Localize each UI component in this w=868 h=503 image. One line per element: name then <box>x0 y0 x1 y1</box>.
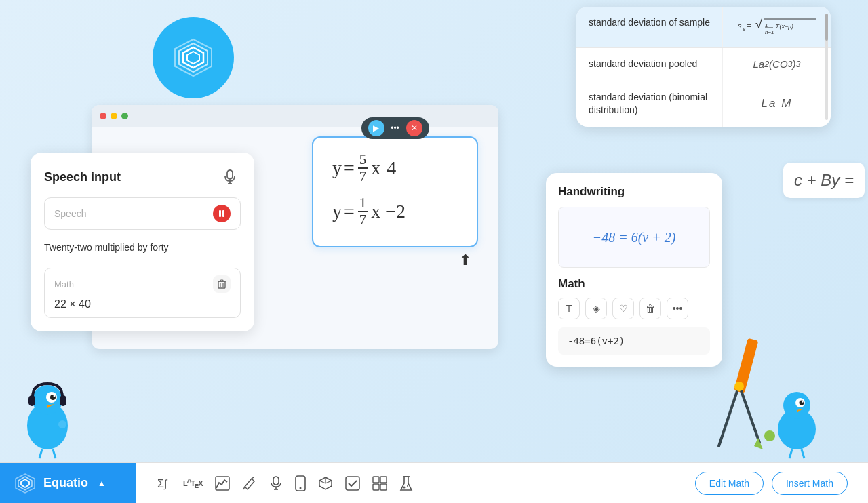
svg-point-27 <box>54 395 56 397</box>
eq-minus-2: −2 <box>385 201 406 222</box>
eq-more-button[interactable]: ••• <box>387 120 403 136</box>
handwriting-panel: Handwriting −48 = 6(v + 2) Math T ◈ ♡ 🗑 … <box>546 173 722 367</box>
speech-mic-icon[interactable] <box>219 166 241 188</box>
speech-input-box[interactable]: Speech <box>44 197 241 230</box>
mic-toolbar-icon[interactable] <box>269 476 283 491</box>
search-result-formula-3: La M <box>722 81 831 127</box>
svg-line-58 <box>252 477 254 479</box>
svg-line-47 <box>802 449 804 458</box>
eq-equals-1: = <box>344 157 355 179</box>
eq-y-var-1: y <box>332 157 342 179</box>
app-logo-icon <box>170 34 217 81</box>
svg-text:√: √ <box>755 18 762 31</box>
latex-label: LATEX <box>183 477 203 489</box>
eq-close-button[interactable]: ✕ <box>406 120 422 136</box>
search-result-name-3: standard deviation (binomial distributio… <box>576 81 722 127</box>
sigma-icon: Σ∫ <box>156 476 171 491</box>
svg-rect-18 <box>218 281 225 288</box>
speech-recognized-text: Twenty-two multiplied by forty <box>44 238 241 262</box>
edit-math-button[interactable]: Edit Math <box>695 472 764 495</box>
svg-rect-28 <box>28 395 35 406</box>
svg-text:x: x <box>742 26 746 33</box>
dot-yellow <box>111 113 117 119</box>
insert-math-button[interactable]: Insert Math <box>772 472 848 495</box>
browser-bar <box>92 105 498 127</box>
speech-input-label: Speech <box>54 208 86 219</box>
svg-line-46 <box>789 449 792 458</box>
search-scrollbar[interactable] <box>825 14 828 120</box>
delete-math-button[interactable] <box>213 275 231 293</box>
app-icon-circle <box>153 17 234 98</box>
toolbar-brand[interactable]: Equatio ▲ <box>0 463 136 504</box>
chemistry-toolbar-icon[interactable] <box>399 475 413 491</box>
cube-toolbar-icon[interactable] <box>318 476 333 491</box>
search-scrollbar-thumb[interactable] <box>825 14 828 41</box>
svg-marker-37 <box>754 438 763 449</box>
svg-point-39 <box>764 430 775 441</box>
search-result-name-2: standard deviation pooled <box>576 48 722 81</box>
search-result-name-1: standard deviation of sample <box>576 7 722 47</box>
eq-play-button[interactable]: ▶ <box>368 120 384 136</box>
search-result-row-2[interactable]: standard deviation pooled La2(CO3)3 <box>576 48 831 81</box>
svg-rect-70 <box>380 477 387 483</box>
svg-text:s: s <box>738 22 742 30</box>
math-search-panel[interactable]: standard deviation of sample s x = √ 1 n… <box>576 7 831 127</box>
equation-line-1: y = 5 7 x 4 <box>332 153 458 184</box>
text-format-icon[interactable]: T <box>558 298 580 319</box>
magic-icon[interactable]: ◈ <box>585 298 607 319</box>
eq-x-var-1: x <box>371 157 380 179</box>
brand-logo-icon <box>14 472 37 495</box>
pause-button[interactable] <box>213 205 231 222</box>
svg-rect-29 <box>60 395 66 406</box>
equation-card-wrapper: ▶ ••• ✕ y = 5 7 x 4 y = 1 7 x −2 <box>312 132 478 269</box>
svg-marker-3 <box>187 52 199 64</box>
more-options-icon[interactable]: ••• <box>667 298 688 319</box>
svg-rect-17 <box>222 210 224 217</box>
latex-toolbar-icon[interactable]: LATEX <box>183 477 203 489</box>
svg-rect-68 <box>346 477 359 490</box>
partial-eq-text: c + By = <box>794 171 854 189</box>
search-result-row-3[interactable]: standard deviation (binomial distributio… <box>576 81 831 127</box>
matrix-icon <box>372 476 387 491</box>
svg-point-74 <box>403 486 405 488</box>
svg-text:=: = <box>747 22 751 30</box>
microphone-toolbar-icon <box>269 476 283 491</box>
svg-rect-13 <box>227 170 233 179</box>
pen-toolbar-icon[interactable] <box>242 476 257 491</box>
eq-frac-num-1: 5 <box>358 153 368 169</box>
search-result-formula-1: s x = √ 1 n−1 Σ(x−μ) <box>722 7 831 47</box>
svg-line-66 <box>319 481 326 483</box>
equation-toolbar-icon[interactable]: Σ∫ <box>156 476 171 491</box>
svg-line-35 <box>719 385 739 446</box>
favorite-icon[interactable]: ♡ <box>612 298 634 319</box>
graph-toolbar-icon[interactable] <box>215 476 230 491</box>
math-box-header: Math <box>54 275 231 293</box>
formula-toolbar-icon[interactable] <box>345 476 360 491</box>
eq-y-var-2: y <box>332 201 342 222</box>
delete-icon[interactable]: 🗑 <box>639 298 661 319</box>
svg-text:n−1: n−1 <box>765 29 774 35</box>
bottom-toolbar: Equatio ▲ Σ∫ LATEX <box>0 462 868 503</box>
svg-line-67 <box>326 481 332 483</box>
speech-header: Speech input <box>44 166 241 188</box>
mobile-toolbar-icon[interactable] <box>295 475 306 491</box>
matrix-toolbar-icon[interactable] <box>372 476 387 491</box>
dot-red <box>100 113 106 119</box>
trash-icon <box>218 279 226 289</box>
handwriting-canvas[interactable]: −48 = 6(v + 2) <box>558 207 710 268</box>
math-box-label: Math <box>54 279 74 289</box>
bird-left-svg <box>14 371 81 460</box>
svg-rect-71 <box>373 484 379 490</box>
search-result-formula-2: La2(CO3)3 <box>722 48 831 81</box>
equation-line-2: y = 1 7 x −2 <box>332 196 458 227</box>
cube-icon <box>318 476 333 491</box>
svg-rect-16 <box>219 210 221 217</box>
svg-point-38 <box>734 382 744 391</box>
handwriting-title: Handwriting <box>558 185 710 199</box>
math-panel-result: -48=6(v+2) <box>558 327 710 355</box>
search-result-row-1[interactable]: standard deviation of sample s x = √ 1 n… <box>576 7 831 48</box>
eq-equals-2: = <box>344 201 355 222</box>
app-icon-area <box>153 17 234 98</box>
eq-fraction-2: 1 7 <box>358 196 368 227</box>
speech-card: Speech input Speech Twenty-two multiplie… <box>31 153 254 331</box>
